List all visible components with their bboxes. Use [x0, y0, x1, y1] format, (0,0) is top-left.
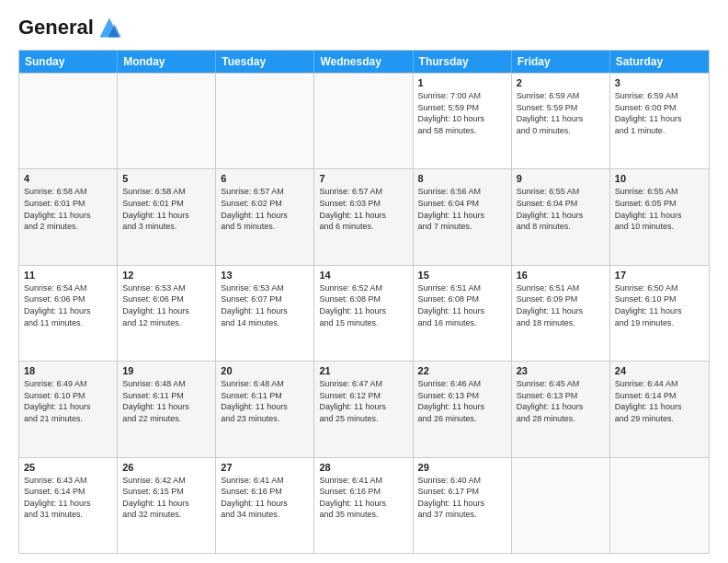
day-cell-10: 10Sunrise: 6:55 AM Sunset: 6:05 PM Dayli…: [610, 169, 709, 264]
day-number: 6: [221, 173, 309, 184]
day-info: Sunrise: 6:53 AM Sunset: 6:07 PM Dayligh…: [221, 282, 309, 328]
day-info: Sunrise: 6:44 AM Sunset: 6:14 PM Dayligh…: [615, 378, 704, 424]
day-cell-2: 2Sunrise: 6:59 AM Sunset: 5:59 PM Daylig…: [512, 74, 610, 168]
day-info: Sunrise: 6:46 AM Sunset: 6:13 PM Dayligh…: [418, 378, 506, 424]
empty-cell: [610, 458, 709, 553]
day-cell-1: 1Sunrise: 7:00 AM Sunset: 5:59 PM Daylig…: [414, 74, 512, 168]
day-info: Sunrise: 7:00 AM Sunset: 5:59 PM Dayligh…: [418, 90, 506, 136]
day-number: 2: [517, 77, 605, 88]
day-info: Sunrise: 6:53 AM Sunset: 6:06 PM Dayligh…: [122, 282, 210, 328]
day-number: 7: [319, 173, 407, 184]
day-cell-18: 18Sunrise: 6:49 AM Sunset: 6:10 PM Dayli…: [19, 362, 118, 456]
header-day-monday: Monday: [118, 51, 216, 73]
calendar-week-2: 4Sunrise: 6:58 AM Sunset: 6:01 PM Daylig…: [19, 168, 709, 264]
day-cell-17: 17Sunrise: 6:50 AM Sunset: 6:10 PM Dayli…: [610, 266, 709, 361]
day-cell-26: 26Sunrise: 6:42 AM Sunset: 6:15 PM Dayli…: [118, 458, 216, 553]
day-info: Sunrise: 6:51 AM Sunset: 6:09 PM Dayligh…: [517, 282, 605, 328]
day-number: 13: [221, 270, 309, 281]
day-info: Sunrise: 6:41 AM Sunset: 6:16 PM Dayligh…: [221, 475, 309, 521]
day-info: Sunrise: 6:54 AM Sunset: 6:06 PM Dayligh…: [24, 282, 112, 328]
day-cell-7: 7Sunrise: 6:57 AM Sunset: 6:03 PM Daylig…: [314, 169, 413, 264]
day-number: 9: [517, 173, 605, 184]
day-cell-6: 6Sunrise: 6:57 AM Sunset: 6:02 PM Daylig…: [216, 169, 314, 264]
logo: General: [18, 15, 122, 40]
day-info: Sunrise: 6:56 AM Sunset: 6:04 PM Dayligh…: [418, 186, 506, 232]
day-info: Sunrise: 6:42 AM Sunset: 6:15 PM Dayligh…: [122, 475, 210, 521]
day-number: 25: [24, 462, 112, 473]
empty-cell: [512, 458, 610, 553]
day-info: Sunrise: 6:58 AM Sunset: 6:01 PM Dayligh…: [24, 186, 112, 232]
day-number: 12: [122, 270, 210, 281]
day-number: 14: [319, 270, 407, 281]
day-number: 21: [319, 365, 407, 376]
day-info: Sunrise: 6:45 AM Sunset: 6:13 PM Dayligh…: [517, 378, 605, 424]
day-cell-22: 22Sunrise: 6:46 AM Sunset: 6:13 PM Dayli…: [414, 362, 512, 456]
day-number: 23: [517, 365, 605, 376]
day-cell-28: 28Sunrise: 6:41 AM Sunset: 6:16 PM Dayli…: [314, 458, 413, 553]
day-info: Sunrise: 6:48 AM Sunset: 6:11 PM Dayligh…: [221, 378, 309, 424]
day-info: Sunrise: 6:41 AM Sunset: 6:16 PM Dayligh…: [319, 475, 407, 521]
day-number: 29: [418, 462, 506, 473]
calendar-week-1: 1Sunrise: 7:00 AM Sunset: 5:59 PM Daylig…: [19, 73, 709, 168]
calendar-week-4: 18Sunrise: 6:49 AM Sunset: 6:10 PM Dayli…: [19, 361, 709, 456]
empty-cell: [216, 74, 314, 168]
day-number: 15: [418, 270, 506, 281]
day-number: 22: [418, 365, 506, 376]
header: General: [18, 15, 710, 40]
day-cell-21: 21Sunrise: 6:47 AM Sunset: 6:12 PM Dayli…: [314, 362, 413, 456]
day-cell-23: 23Sunrise: 6:45 AM Sunset: 6:13 PM Dayli…: [512, 362, 610, 456]
header-day-tuesday: Tuesday: [216, 51, 314, 73]
empty-cell: [314, 74, 413, 168]
day-number: 5: [122, 173, 210, 184]
day-info: Sunrise: 6:40 AM Sunset: 6:17 PM Dayligh…: [418, 475, 506, 521]
empty-cell: [118, 74, 216, 168]
day-info: Sunrise: 6:58 AM Sunset: 6:01 PM Dayligh…: [122, 186, 210, 232]
day-number: 28: [319, 462, 407, 473]
day-cell-15: 15Sunrise: 6:51 AM Sunset: 6:08 PM Dayli…: [414, 266, 512, 361]
empty-cell: [19, 74, 118, 168]
day-info: Sunrise: 6:47 AM Sunset: 6:12 PM Dayligh…: [319, 378, 407, 424]
day-cell-20: 20Sunrise: 6:48 AM Sunset: 6:11 PM Dayli…: [216, 362, 314, 456]
day-cell-27: 27Sunrise: 6:41 AM Sunset: 6:16 PM Dayli…: [216, 458, 314, 553]
day-cell-5: 5Sunrise: 6:58 AM Sunset: 6:01 PM Daylig…: [118, 169, 216, 264]
day-number: 16: [517, 270, 605, 281]
day-cell-4: 4Sunrise: 6:58 AM Sunset: 6:01 PM Daylig…: [19, 169, 118, 264]
day-cell-11: 11Sunrise: 6:54 AM Sunset: 6:06 PM Dayli…: [19, 266, 118, 361]
day-number: 26: [122, 462, 210, 473]
day-info: Sunrise: 6:59 AM Sunset: 5:59 PM Dayligh…: [517, 90, 605, 136]
day-info: Sunrise: 6:50 AM Sunset: 6:10 PM Dayligh…: [615, 282, 704, 328]
day-number: 11: [24, 270, 112, 281]
day-cell-13: 13Sunrise: 6:53 AM Sunset: 6:07 PM Dayli…: [216, 266, 314, 361]
header-day-friday: Friday: [512, 51, 610, 73]
day-cell-24: 24Sunrise: 6:44 AM Sunset: 6:14 PM Dayli…: [610, 362, 709, 456]
day-info: Sunrise: 6:57 AM Sunset: 6:03 PM Dayligh…: [319, 186, 407, 232]
day-cell-9: 9Sunrise: 6:55 AM Sunset: 6:04 PM Daylig…: [512, 169, 610, 264]
day-number: 17: [615, 270, 704, 281]
day-info: Sunrise: 6:55 AM Sunset: 6:04 PM Dayligh…: [517, 186, 605, 232]
logo-icon: [97, 15, 122, 40]
header-day-thursday: Thursday: [414, 51, 512, 73]
day-cell-3: 3Sunrise: 6:59 AM Sunset: 6:00 PM Daylig…: [610, 74, 709, 168]
day-number: 19: [122, 365, 210, 376]
logo-text: General: [18, 17, 94, 38]
day-number: 27: [221, 462, 309, 473]
day-info: Sunrise: 6:51 AM Sunset: 6:08 PM Dayligh…: [418, 282, 506, 328]
calendar-week-3: 11Sunrise: 6:54 AM Sunset: 6:06 PM Dayli…: [19, 265, 709, 361]
day-number: 10: [615, 173, 704, 184]
header-day-wednesday: Wednesday: [314, 51, 413, 73]
day-info: Sunrise: 6:59 AM Sunset: 6:00 PM Dayligh…: [615, 90, 704, 136]
calendar-week-5: 25Sunrise: 6:43 AM Sunset: 6:14 PM Dayli…: [19, 457, 709, 553]
day-number: 20: [221, 365, 309, 376]
day-cell-16: 16Sunrise: 6:51 AM Sunset: 6:09 PM Dayli…: [512, 266, 610, 361]
day-info: Sunrise: 6:43 AM Sunset: 6:14 PM Dayligh…: [24, 475, 112, 521]
day-cell-8: 8Sunrise: 6:56 AM Sunset: 6:04 PM Daylig…: [414, 169, 512, 264]
day-cell-29: 29Sunrise: 6:40 AM Sunset: 6:17 PM Dayli…: [414, 458, 512, 553]
day-number: 3: [615, 77, 704, 88]
page: General SundayMondayTuesdayWednesdayThur…: [0, 0, 728, 563]
day-info: Sunrise: 6:49 AM Sunset: 6:10 PM Dayligh…: [24, 378, 112, 424]
day-info: Sunrise: 6:57 AM Sunset: 6:02 PM Dayligh…: [221, 186, 309, 232]
day-cell-12: 12Sunrise: 6:53 AM Sunset: 6:06 PM Dayli…: [118, 266, 216, 361]
day-cell-14: 14Sunrise: 6:52 AM Sunset: 6:08 PM Dayli…: [314, 266, 413, 361]
day-info: Sunrise: 6:52 AM Sunset: 6:08 PM Dayligh…: [319, 282, 407, 328]
day-cell-19: 19Sunrise: 6:48 AM Sunset: 6:11 PM Dayli…: [118, 362, 216, 456]
